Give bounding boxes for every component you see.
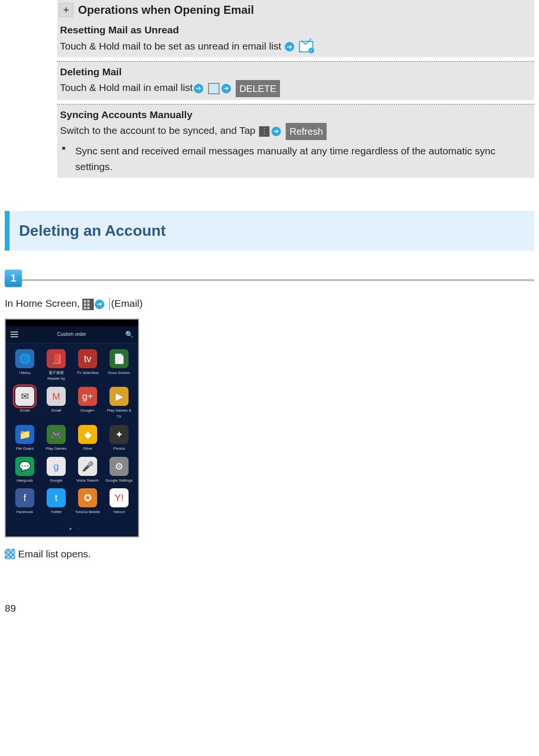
tip-block-body: Switch to the account to be synced, and … [60,122,531,140]
tip-block-heading: Resetting Mail as Unread [60,22,531,38]
app-label: Hangouts [17,478,33,484]
app-icon: ⚙ [110,457,129,476]
step-number-badge: 1 [5,270,22,287]
app-icon: 📁 [15,425,34,444]
arrow-icon: ➔ [285,42,294,51]
screenshot-title: Custom order [57,331,86,338]
app-item: tvTV SideView [73,349,102,383]
arrow-icon: ➔ [271,127,281,136]
app-icon: ✦ [110,425,129,444]
arrow-icon: ➔ [194,84,203,93]
tip-block-heading: Syncing Accounts Manually [60,107,531,123]
app-icon: M [47,387,66,406]
app-item: 📄Docs Screen [105,349,133,383]
app-icon: f [15,488,34,507]
tip-block-unread: Resetting Mail as Unread Touch & Hold ma… [57,20,534,57]
app-icon: g+ [78,387,97,406]
app-icon: g [47,457,66,476]
app-label: ToruCa Mobile [75,509,100,515]
status-bar [6,320,138,326]
app-label: Google Settings [106,478,133,484]
app-icon: 🎮 [47,425,66,444]
delete-button[interactable]: DELETE [236,80,280,97]
app-item: 💬Hangouts [10,457,39,484]
page-number: 89 [5,600,539,616]
result-line: Email list opens. [5,546,539,562]
email-app-icon [109,298,110,310]
app-item: ✪ToruCa Mobile [73,488,102,515]
tip-block-body: Touch & Hold mail to be set as unread in… [60,38,531,54]
app-icon: tv [78,349,97,368]
app-item: gGoogle [42,457,70,484]
tip-block-body: Touch & Hold mail in email list➔ ➔ DELET… [60,80,531,97]
phone-screenshot: Custom order 🔍 🌐i Menu📕電子書籍 Reader bytvT… [5,319,139,537]
tip-block-sync: Syncing Accounts Manually Switch to the … [57,105,534,178]
app-item: fFacebook [10,488,39,515]
app-label: Drive [83,446,92,452]
app-icon: t [47,488,66,507]
tip-block-heading: Deleting Mail [60,64,531,80]
step-instruction: In Home Screen, ➔ (Email) [5,295,534,312]
app-icon: ✪ [78,488,97,507]
app-label: Twitter [50,509,62,515]
app-icon: 📕 [47,349,66,368]
app-label: Play Games [46,446,67,452]
app-item: ▶Play Games & TV [105,387,133,420]
arrow-icon: ➔ [221,84,231,93]
tip-block-delete: Deleting Mail Touch & Hold mail in email… [57,62,534,100]
app-icon: Y! [110,488,129,507]
tip-header: + Operations when Opening Email [57,0,534,20]
section-header: Deleting an Account [5,211,534,251]
app-icon: 💬 [15,457,34,476]
app-icon: ✉ [15,387,34,406]
app-icon: 🌐 [15,349,34,368]
app-label: i Menu [19,370,30,376]
app-icon: 🎤 [78,457,97,476]
app-item: Y!Yahoo! [105,488,133,515]
app-label: Facebook [16,509,33,515]
app-label: Google+ [80,408,95,414]
app-label: TV SideView [77,370,99,376]
result-text: Email list opens. [18,546,91,562]
apps-grid-icon [82,299,94,310]
step-marker: 1 [5,279,534,281]
tip-bullet: Sync sent and received email messages ma… [71,143,531,175]
app-item: 📕電子書籍 Reader by [42,349,70,383]
app-item: 🌐i Menu [10,349,39,383]
app-item: 📁File Guard [10,425,39,452]
app-label: Email [20,408,30,414]
app-item: ✦Photos [105,425,133,452]
hamburger-icon [10,330,18,339]
app-icon: 📄 [110,349,129,368]
app-icon: ◆ [78,425,97,444]
app-icon: ▶ [110,387,129,406]
tip-title: Operations when Opening Email [78,1,254,19]
app-label: File Guard [16,446,33,452]
app-label: Yahoo! [113,509,125,515]
arrow-icon: ➔ [95,300,104,309]
app-item: ✉Email [10,387,39,420]
app-item: ⚙Google Settings [105,457,133,484]
app-item: ◆Drive [73,425,102,452]
tip-section: + Operations when Opening Email Resettin… [57,0,534,178]
result-icon [5,549,15,559]
tip-bullet-list: Sync sent and received email messages ma… [60,143,531,175]
page-indicator: · ● · [6,523,138,536]
app-item: 🎤Voice Search [73,457,102,484]
app-label: Docs Screen [108,370,130,376]
app-item: g+Google+ [73,387,102,420]
menu-icon: ⋮ [259,126,270,137]
app-label: Gmail [51,408,61,414]
app-label: Google [50,478,62,484]
checkbox-icon [208,83,220,94]
refresh-button[interactable]: Refresh [286,123,327,140]
screenshot-topbar: Custom order 🔍 [6,326,138,343]
search-icon: 🔍 [125,329,133,340]
envelope-unread-icon: ✓ [299,41,313,52]
plus-icon: + [59,3,73,17]
app-label: Voice Search [76,478,99,484]
app-label: Photos [113,446,125,452]
app-label: Play Games & TV [105,408,133,420]
app-item: 🎮Play Games [42,425,70,452]
app-label: 電子書籍 Reader by [42,370,70,383]
